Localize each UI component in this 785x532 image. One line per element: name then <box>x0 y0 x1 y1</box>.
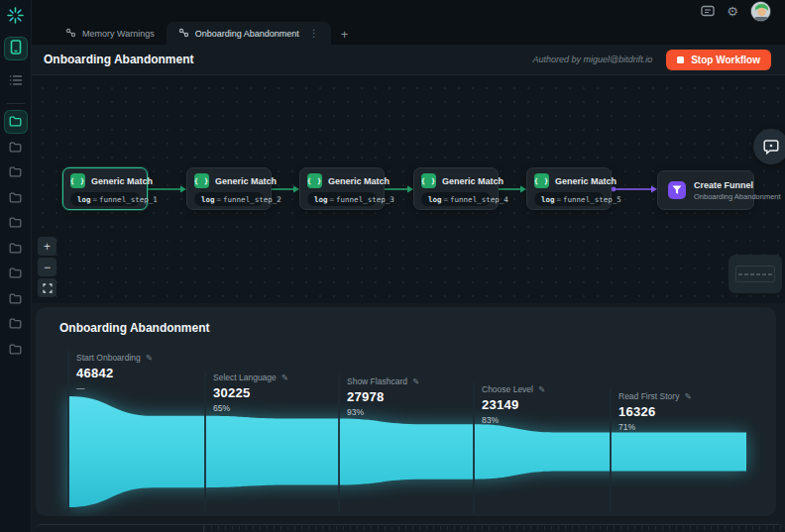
left-rail <box>0 0 32 532</box>
top-bar: ⚙ <box>32 0 785 22</box>
node-condition-pill: log=funnel_step_4 <box>421 192 491 206</box>
funnel-step-1: Start Onboarding✎46842— <box>76 353 153 393</box>
node-create-funnel[interactable]: Create FunnelOnboarding Abandonment <box>657 170 754 210</box>
stop-icon <box>677 56 684 63</box>
sidebar-folder-item[interactable] <box>4 262 28 285</box>
folder-icon <box>9 217 22 228</box>
node-condition-pill: log=funnel_step_5 <box>534 192 604 206</box>
edit-pencil-icon[interactable]: ✎ <box>281 372 288 382</box>
main-area: ⚙ Memory Warnings <box>32 0 785 532</box>
sidebar-folder-item[interactable] <box>4 185 28 209</box>
braces-icon: { } <box>307 173 322 188</box>
sidebar-folder-item[interactable] <box>4 312 28 336</box>
node-title: Create Funnel <box>694 180 781 190</box>
chat-assistant-button[interactable] <box>753 129 785 164</box>
funnel-step-5: Read First Story✎1632671% <box>618 391 692 432</box>
funnel-step-percent: 71% <box>618 422 692 432</box>
node-subtitle: Onboarding Abandonment <box>694 192 781 201</box>
node-condition-pill: log=funnel_step_3 <box>307 192 377 206</box>
settings-gear-icon[interactable]: ⚙ <box>727 4 738 19</box>
funnel-step-value: 30225 <box>213 385 288 400</box>
sidebar-folder-item[interactable] <box>4 110 28 134</box>
sidebar-folder-item[interactable] <box>4 286 28 310</box>
canvas-minimap[interactable] <box>729 255 782 293</box>
funnel-step-value: 23149 <box>482 397 545 412</box>
mobile-device-icon <box>10 40 22 58</box>
sidebar-folder-item[interactable] <box>4 337 28 361</box>
funnel-step-label: Read First Story✎ <box>618 391 692 401</box>
node-generic-match-3[interactable]: { }Generic Matchlog=funnel_step_3 <box>299 167 385 210</box>
mobile-device-nav-button[interactable] <box>4 37 28 60</box>
braces-icon: { } <box>70 173 85 188</box>
node-title: Generic Match <box>328 176 390 186</box>
folder-icon <box>9 142 22 153</box>
folder-icon <box>9 116 22 127</box>
funnel-step-percent: — <box>76 383 153 393</box>
timeline-ticks <box>204 526 785 530</box>
page-title: Onboarding Abandonment <box>44 53 194 66</box>
next-section-left-column <box>36 525 204 532</box>
workflow-panel: Onboarding Abandonment Authored by migue… <box>32 45 785 532</box>
edit-pencil-icon[interactable]: ✎ <box>684 391 691 401</box>
funnel-step-3: Show Flashcard✎2797893% <box>347 376 419 417</box>
node-generic-match-1[interactable]: { }Generic Matchlog=funnel_step_1 <box>62 167 148 210</box>
rail-divider <box>7 103 25 104</box>
workflow-canvas[interactable]: { }Generic Matchlog=funnel_step_1{ }Gene… <box>32 75 785 303</box>
sidebar-folder-item[interactable] <box>4 135 28 159</box>
chat-bubble-icon <box>763 139 779 155</box>
zoom-out-button[interactable]: − <box>38 258 56 276</box>
edit-pencil-icon[interactable]: ✎ <box>412 376 419 386</box>
edit-pencil-icon[interactable]: ✎ <box>146 353 153 363</box>
list-view-nav-button[interactable] <box>4 69 28 93</box>
sidebar-folder-item[interactable] <box>4 160 28 184</box>
edit-pencil-icon[interactable]: ✎ <box>538 384 545 394</box>
braces-icon: { } <box>534 173 549 188</box>
funnel-step-4: Choose Level✎2314983% <box>482 384 545 425</box>
workflow-icon <box>65 28 76 40</box>
list-icon <box>9 72 23 90</box>
minimap-viewport <box>735 266 775 282</box>
funnel-step-label: Choose Level✎ <box>482 384 545 394</box>
funnel-result-panel: Onboarding Abandonment Start Onboarding✎… <box>36 307 776 516</box>
app-window: ⚙ Memory Warnings <box>0 0 785 532</box>
stop-workflow-button[interactable]: Stop Workflow <box>666 50 771 70</box>
funnel-step-value: 46842 <box>76 366 153 380</box>
workflow-icon <box>178 28 189 40</box>
tab-strip: Memory Warnings Onboarding Abandonment ⋮… <box>32 22 785 45</box>
funnel-step-percent: 93% <box>347 407 419 417</box>
fit-view-button[interactable] <box>38 278 56 297</box>
tab-memory-warnings[interactable]: Memory Warnings <box>54 22 167 45</box>
node-title: Generic Match <box>91 176 153 186</box>
node-generic-match-2[interactable]: { }Generic Matchlog=funnel_step_2 <box>186 167 272 210</box>
funnel-step-label: Start Onboarding✎ <box>76 353 153 363</box>
funnel-step-value: 16326 <box>618 404 692 419</box>
node-title: Generic Match <box>215 176 277 186</box>
node-generic-match-4[interactable]: { }Generic Matchlog=funnel_step_4 <box>413 167 499 210</box>
funnel-step-2: Select Language✎3022565% <box>213 372 288 413</box>
node-title: Generic Match <box>442 176 504 186</box>
next-section-peek <box>36 524 785 532</box>
node-condition-pill: log=funnel_step_2 <box>194 192 264 206</box>
funnel-step-percent: 83% <box>482 415 545 425</box>
node-condition-pill: log=funnel_step_1 <box>70 192 140 206</box>
sidebar-folder-item[interactable] <box>4 236 28 260</box>
funnel-step-value: 27978 <box>347 389 419 404</box>
folder-list <box>4 108 28 361</box>
sidebar-folder-item[interactable] <box>4 211 28 235</box>
tab-onboarding-abandonment[interactable]: Onboarding Abandonment ⋮ <box>167 22 331 45</box>
node-generic-match-5[interactable]: { }Generic Matchlog=funnel_step_5 <box>526 167 612 210</box>
zoom-in-button[interactable]: + <box>38 237 56 256</box>
feedback-message-icon[interactable] <box>701 5 715 17</box>
folder-icon <box>9 318 22 329</box>
user-avatar[interactable] <box>750 1 771 22</box>
braces-icon: { } <box>194 173 209 188</box>
workflow-header: Onboarding Abandonment Authored by migue… <box>32 45 785 75</box>
fit-view-icon <box>43 283 53 293</box>
add-tab-button[interactable]: + <box>331 27 359 45</box>
folder-icon <box>9 344 22 355</box>
tab-label: Onboarding Abandonment <box>195 29 299 39</box>
tab-menu-kebab-icon[interactable]: ⋮ <box>309 28 319 39</box>
funnel-step-percent: 65% <box>213 403 288 413</box>
zoom-controls: + − <box>38 237 56 297</box>
folder-icon <box>9 243 22 254</box>
